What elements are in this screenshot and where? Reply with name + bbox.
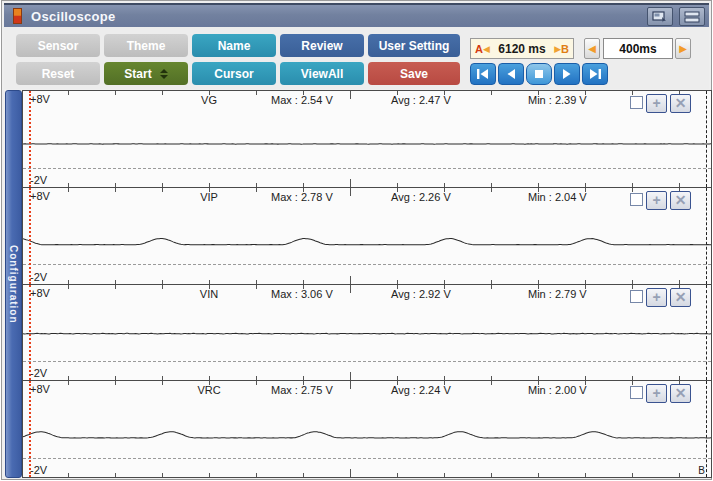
viewall-button[interactable]: ViewAll [280, 62, 364, 85]
close-channel-button[interactable]: ✕ [670, 384, 691, 403]
y-min-label: -2V [30, 174, 47, 186]
y-min-label: -2V [30, 367, 47, 379]
channel-name: VG [181, 94, 237, 106]
timebase-value[interactable]: 400ms [603, 38, 673, 59]
channel-name: VIN [181, 288, 237, 300]
user-setting-button[interactable]: User Setting [368, 34, 460, 57]
oscilloscope-window: Oscilloscope Sensor Theme Name Review Us… [1, 0, 712, 480]
b-right-arrow-icon[interactable]: ▶ [554, 44, 561, 54]
channel-min-value: Min : 2.79 V [528, 288, 587, 300]
close-channel-button[interactable]: ✕ [670, 94, 691, 113]
sensor-button[interactable]: Sensor [16, 34, 100, 57]
split-layout-button[interactable] [679, 7, 705, 26]
channel-avg-value: Avg : 2.24 V [391, 384, 451, 396]
theme-button[interactable]: Theme [104, 34, 188, 57]
waveform-trace [23, 188, 711, 284]
zoom-channel-button[interactable]: + [646, 191, 667, 210]
ab-interval-display[interactable]: A ◀ 6120 ms ▶ B [470, 38, 574, 59]
window-title: Oscilloscope [31, 9, 116, 24]
restore-window-button[interactable] [647, 7, 673, 26]
configuration-tab-label: Configuration [8, 245, 19, 324]
channel-min-value: Min : 2.00 V [528, 384, 587, 396]
cursor-a-line[interactable] [29, 91, 31, 187]
app-icon [13, 8, 22, 24]
channel-select-checkbox[interactable] [630, 96, 643, 109]
close-channel-button[interactable]: ✕ [670, 288, 691, 307]
reset-button[interactable]: Reset [16, 62, 100, 85]
channel-panel-vrc: +8V -2V VRC Max : 2.75 V Avg : 2.24 V Mi… [22, 380, 712, 478]
skip-to-start-icon [475, 68, 491, 80]
configuration-tab[interactable]: Configuration [5, 90, 22, 478]
stop-button[interactable] [526, 63, 552, 85]
cursor-b-line[interactable] [706, 285, 707, 381]
cursor-b-tag: B [698, 465, 705, 476]
stop-icon [533, 68, 545, 80]
zoom-channel-button[interactable]: + [646, 384, 667, 403]
channel-max-value: Max : 3.06 V [271, 288, 333, 300]
name-button[interactable]: Name [192, 34, 276, 57]
y-max-label: +8V [30, 93, 50, 105]
y-max-label: +8V [30, 287, 50, 299]
zero-volt-gridline [23, 361, 711, 362]
cursor-b-label: B [561, 43, 569, 55]
channel-select-checkbox[interactable] [630, 290, 643, 303]
playback-controls [470, 63, 608, 85]
channel-min-value: Min : 2.39 V [528, 94, 587, 106]
start-button-label: Start [124, 67, 151, 81]
title-bar: Oscilloscope [4, 3, 709, 27]
start-spinner-icon [160, 69, 168, 79]
zoom-channel-button[interactable]: + [646, 94, 667, 113]
cursor-a-line[interactable] [29, 188, 31, 284]
channel-panels: +8V -2V VG Max : 2.54 V Avg : 2.47 V Min… [22, 90, 712, 478]
cursor-b-line[interactable] [706, 188, 707, 284]
step-forward-button[interactable] [554, 63, 580, 85]
channel-avg-value: Avg : 2.92 V [391, 288, 451, 300]
channel-select-checkbox[interactable] [630, 193, 643, 206]
channel-name: VRC [181, 384, 237, 396]
skip-to-start-button[interactable] [470, 63, 496, 85]
skip-to-end-icon [587, 68, 603, 80]
channel-avg-value: Avg : 2.47 V [391, 94, 451, 106]
channel-max-value: Max : 2.54 V [271, 94, 333, 106]
zero-volt-gridline [23, 458, 711, 459]
waveform-trace [23, 285, 711, 381]
cursor-a-line[interactable] [29, 381, 31, 477]
waveform-trace [23, 381, 711, 477]
channel-min-value: Min : 2.04 V [528, 191, 587, 203]
y-min-label: -2V [30, 271, 47, 283]
cursor-b-line[interactable] [706, 91, 707, 187]
step-forward-icon [559, 68, 575, 80]
split-layout-icon [684, 11, 700, 23]
zero-volt-gridline [23, 264, 711, 265]
save-button[interactable]: Save [368, 62, 460, 85]
restore-window-icon [652, 11, 668, 23]
channel-max-value: Max : 2.78 V [271, 191, 333, 203]
waveform-trace [23, 91, 711, 187]
channel-max-value: Max : 2.75 V [271, 384, 333, 396]
channel-panel-vg: +8V -2V VG Max : 2.54 V Avg : 2.47 V Min… [22, 90, 712, 188]
step-back-icon [503, 68, 519, 80]
channel-select-checkbox[interactable] [630, 386, 643, 399]
review-button[interactable]: Review [280, 34, 364, 57]
start-button[interactable]: Start [104, 62, 188, 85]
zoom-channel-button[interactable]: + [646, 288, 667, 307]
cursor-button[interactable]: Cursor [192, 62, 276, 85]
channel-avg-value: Avg : 2.26 V [391, 191, 451, 203]
y-max-label: +8V [30, 190, 50, 202]
ab-interval-value: 6120 ms [490, 42, 554, 56]
y-min-label: -2V [30, 464, 47, 476]
close-channel-button[interactable]: ✕ [670, 191, 691, 210]
toolbar: Sensor Theme Name Review User Setting Re… [4, 27, 709, 89]
step-back-button[interactable] [498, 63, 524, 85]
cursor-a-line[interactable] [29, 285, 31, 381]
timebase-decrease-button[interactable]: ◀ [584, 38, 600, 59]
channel-panel-vip: +8V -2V VIP Max : 2.78 V Avg : 2.26 V Mi… [22, 187, 712, 285]
cursor-b-line[interactable] [706, 381, 707, 477]
a-left-arrow-icon[interactable]: ◀ [483, 44, 490, 54]
channel-panel-vin: +8V -2V VIN Max : 3.06 V Avg : 2.92 V Mi… [22, 284, 712, 382]
timebase-increase-button[interactable]: ▶ [675, 38, 691, 59]
channel-name: VIP [181, 191, 237, 203]
cursor-a-label: A [475, 43, 483, 55]
skip-to-end-button[interactable] [582, 63, 608, 85]
y-max-label: +8V [30, 383, 50, 395]
